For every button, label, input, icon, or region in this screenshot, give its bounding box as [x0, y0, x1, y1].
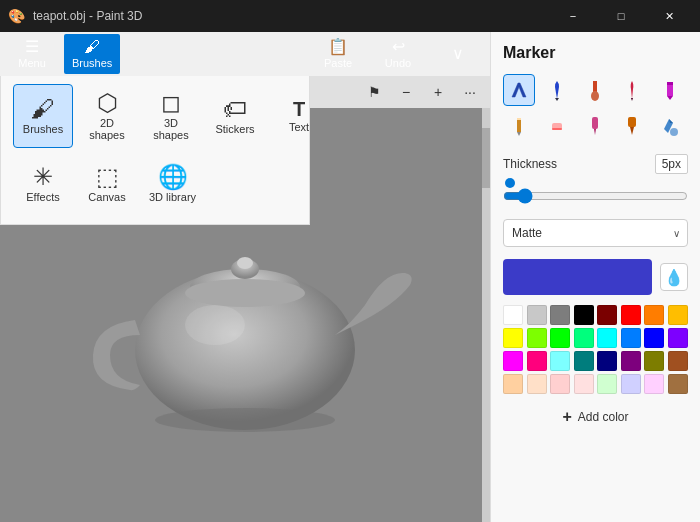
- color-cell[interactable]: [621, 374, 641, 394]
- color-cell[interactable]: [597, 374, 617, 394]
- pen-tool[interactable]: [541, 74, 573, 106]
- color-cell[interactable]: [527, 351, 547, 371]
- zoom-out-button[interactable]: −: [394, 80, 418, 104]
- color-cell[interactable]: [574, 374, 594, 394]
- color-cell[interactable]: [503, 328, 523, 348]
- color-cell[interactable]: [668, 305, 688, 325]
- color-cell[interactable]: [644, 374, 664, 394]
- minimize-button[interactable]: −: [550, 0, 596, 32]
- color-cell[interactable]: [644, 351, 664, 371]
- color-cell[interactable]: [668, 374, 688, 394]
- svg-rect-17: [552, 128, 562, 130]
- menu-icon: ☰: [25, 39, 39, 55]
- canvas-scrollbar[interactable]: [482, 108, 490, 522]
- panel-title: Marker: [503, 44, 688, 62]
- close-button[interactable]: ✕: [646, 0, 692, 32]
- shapes2d-tool-button[interactable]: ⬡ 2D shapes: [77, 84, 137, 148]
- color-cell[interactable]: [574, 305, 594, 325]
- text-tool-label: Text: [289, 121, 309, 133]
- color-cell[interactable]: [550, 351, 570, 371]
- ribbon-expanded-panel: 🖌 Brushes ⬡ 2D shapes ◻ 3D shapes 🏷: [0, 76, 310, 225]
- more-canvas-options-button[interactable]: ···: [458, 80, 482, 104]
- thickness-slider[interactable]: [503, 188, 688, 204]
- text-tool-button[interactable]: T Text: [269, 84, 329, 148]
- svg-point-8: [155, 408, 335, 432]
- paintbrush-tool[interactable]: [579, 74, 611, 106]
- color-cell[interactable]: [644, 328, 664, 348]
- color-cell[interactable]: [503, 305, 523, 325]
- color-cell[interactable]: [503, 374, 523, 394]
- color-cell[interactable]: [527, 374, 547, 394]
- brushes-tool-button[interactable]: 🖌 Brushes: [13, 84, 73, 148]
- color-cell[interactable]: [668, 351, 688, 371]
- marker-tools-grid: [503, 74, 688, 142]
- shapes3d-tool-button[interactable]: ◻ 3D shapes: [141, 84, 201, 148]
- menu-button[interactable]: ☰ Menu: [4, 34, 60, 74]
- color-cell[interactable]: [597, 305, 617, 325]
- color-cell[interactable]: [550, 374, 570, 394]
- maximize-button[interactable]: □: [598, 0, 644, 32]
- plus-icon: +: [562, 408, 571, 426]
- color-cell[interactable]: [621, 328, 641, 348]
- library3d-tool-button[interactable]: 🌐 3D library: [141, 152, 204, 216]
- scrollbar-thumb: [482, 128, 490, 188]
- content-row: ☰ Menu 🖌 Brushes 📋 Paste ↩ Undo: [0, 32, 700, 522]
- stickers-tool-label: Stickers: [215, 123, 254, 135]
- color-cell[interactable]: [503, 351, 523, 371]
- flag-button[interactable]: ⚑: [362, 80, 386, 104]
- stickers-tool-button[interactable]: 🏷 Stickers: [205, 84, 265, 148]
- ribbon-area: ☰ Menu 🖌 Brushes 📋 Paste ↩ Undo: [0, 32, 490, 76]
- more-options-button[interactable]: ∨: [430, 34, 486, 74]
- paste-button[interactable]: 📋 Paste: [310, 34, 366, 74]
- paint-bucket-tool[interactable]: [654, 110, 686, 142]
- pencil-tool[interactable]: [503, 110, 535, 142]
- color-swatch[interactable]: [503, 259, 652, 295]
- ribbon-row-bottom: ✳ Effects ⬚ Canvas 🌐 3D library: [13, 152, 297, 216]
- flag-icon: ⚑: [368, 84, 381, 100]
- eyedropper-button[interactable]: 💧: [660, 263, 688, 291]
- effects-tool-button[interactable]: ✳ Effects: [13, 152, 73, 216]
- color-cell[interactable]: [574, 328, 594, 348]
- color-swatch-row: 💧: [503, 259, 688, 295]
- canvas-tool-button[interactable]: ⬚ Canvas: [77, 152, 137, 216]
- color-cell[interactable]: [527, 328, 547, 348]
- shapes3d-tool-label: 3D shapes: [149, 117, 193, 141]
- crayon-tool[interactable]: [654, 74, 686, 106]
- undo-button[interactable]: ↩ Undo: [370, 34, 426, 74]
- color-cell[interactable]: [597, 351, 617, 371]
- sharp-pen-tool[interactable]: [616, 74, 648, 106]
- add-color-button[interactable]: + Add color: [503, 402, 688, 432]
- color-cell[interactable]: [668, 328, 688, 348]
- thickness-label: Thickness: [503, 157, 557, 171]
- right-panel: Marker: [490, 32, 700, 522]
- color-cell[interactable]: [644, 305, 664, 325]
- svg-rect-19: [628, 117, 636, 127]
- marker-fill-tool[interactable]: [579, 110, 611, 142]
- svg-rect-14: [517, 118, 521, 132]
- color-cell[interactable]: [550, 305, 570, 325]
- color-cell[interactable]: [621, 305, 641, 325]
- color-cell[interactable]: [550, 328, 570, 348]
- zoom-in-button[interactable]: +: [426, 80, 450, 104]
- finish-dropdown[interactable]: Matte Glossy Metallic: [503, 219, 688, 247]
- eraser-tool[interactable]: [541, 110, 573, 142]
- effects-tool-label: Effects: [26, 191, 59, 203]
- thickness-row: Thickness 5px: [503, 154, 688, 174]
- brushes-button[interactable]: 🖌 Brushes: [64, 34, 120, 74]
- thick-marker-tool[interactable]: [616, 110, 648, 142]
- eyedropper-icon: 💧: [664, 268, 684, 287]
- undo-label: Undo: [385, 57, 411, 69]
- app-container: 🎨 teapot.obj - Paint 3D − □ ✕ ☰ Menu: [0, 0, 700, 522]
- color-cell[interactable]: [574, 351, 594, 371]
- ribbon-row-top: 🖌 Brushes ⬡ 2D shapes ◻ 3D shapes 🏷: [13, 84, 297, 148]
- color-cell[interactable]: [597, 328, 617, 348]
- brushes-icon: 🖌: [84, 39, 100, 55]
- color-cell[interactable]: [527, 305, 547, 325]
- paste-icon: 📋: [328, 39, 348, 55]
- color-cell[interactable]: [621, 351, 641, 371]
- calligraphy-tool[interactable]: [503, 74, 535, 106]
- svg-point-20: [670, 128, 678, 136]
- thickness-slider-row: [503, 178, 688, 207]
- app-icon: 🎨: [8, 8, 25, 24]
- window-title: teapot.obj - Paint 3D: [33, 9, 142, 23]
